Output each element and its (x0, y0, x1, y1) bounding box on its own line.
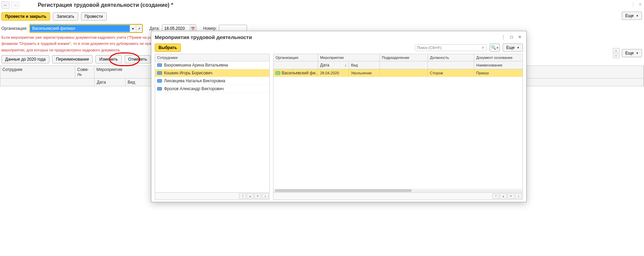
left-scroll-top-button[interactable]: ⤒ (239, 193, 246, 199)
org-open-button[interactable]: ↗ (136, 25, 142, 32)
move-up-button[interactable]: ▲ (613, 48, 620, 53)
org-label: Организация: (1, 26, 27, 31)
left-scroll-down-button[interactable]: ▼ (254, 193, 261, 199)
horizontal-scrollbar[interactable] (273, 189, 523, 192)
col-department[interactable]: Подразделение (380, 54, 428, 61)
left-scroll-bottom-button[interactable]: ⤓ (262, 193, 269, 199)
page-title: Регистрация трудовой деятельности (созда… (38, 2, 173, 8)
date-label: Дата: (150, 26, 160, 31)
event-row[interactable]: Васильевский фи... 28.04.2020 Увольнение… (273, 69, 523, 77)
person-icon (157, 79, 162, 83)
window-controls: ⋮ ✕ (631, 2, 642, 7)
bg-th-combine[interactable]: Совм-ль (75, 66, 94, 78)
employees-pane: Сотрудники Вахромешина Арина ВитальевнаК… (155, 54, 270, 200)
right-scroll-bottom-button[interactable]: ⤓ (515, 193, 522, 199)
col-naming[interactable]: Наименование (474, 61, 523, 69)
main-more-button[interactable]: Еще (622, 12, 642, 20)
employee-row[interactable]: Фролов Александр Викторович (155, 85, 269, 93)
col-date[interactable]: Дата↓ (318, 61, 349, 69)
dialog-title: Мероприятия трудовой деятельности (155, 34, 498, 40)
right-pane-footer: ⤒ ▲ ▼ ⤓ (273, 192, 523, 199)
right-scroll-down-button[interactable]: ▼ (507, 193, 514, 199)
org-dropdown-button[interactable]: ▾ (130, 25, 136, 32)
search-run-button[interactable]: 🔍▾ (490, 44, 500, 52)
col-event[interactable]: Мероприятие (318, 54, 380, 61)
actions-more-button[interactable]: Еще (622, 49, 642, 57)
dialog-toolbar: Выбрать ✕ 🔍▾ Еще (151, 41, 526, 54)
person-icon (157, 63, 162, 67)
dialog-body: Сотрудники Вахромешина Арина ВитальевнаК… (151, 54, 526, 202)
edit-button[interactable]: Изменить (95, 55, 121, 63)
employee-row[interactable]: Кошкин Игорь Борисович (155, 69, 269, 77)
dialog-close-icon[interactable]: ✕ (517, 34, 523, 40)
dialog-titlebar: Мероприятия трудовой деятельности ⋮ ◻ ✕ (151, 31, 526, 41)
nav-forward-button[interactable]: → (11, 1, 19, 9)
cancel-button[interactable]: Отменить (125, 55, 151, 63)
nav-back-button[interactable]: ← (1, 1, 10, 9)
magnifier-icon: 🔍 (491, 45, 496, 50)
org-field-wrap: ▾ ↗ (30, 24, 143, 33)
employee-name: Вахромешина Арина Витальевна (164, 63, 228, 68)
close-icon[interactable]: ✕ (639, 2, 642, 7)
dialog-kebab-icon[interactable]: ⋮ (500, 34, 506, 40)
left-pane-footer: ⤒ ▲ ▼ ⤓ (155, 192, 269, 199)
post-button[interactable]: Провести (81, 12, 107, 21)
number-label: Номер: (203, 26, 217, 31)
org-input[interactable] (30, 25, 130, 32)
col-position[interactable]: Должность (428, 54, 474, 61)
person-icon (157, 87, 162, 90)
col-type[interactable]: Вид (349, 61, 380, 69)
events-pane: Организация Мероприятие Подразделение До… (273, 54, 523, 200)
doc-icon (276, 71, 280, 75)
employee-name: Кошкин Игорь Борисович (164, 71, 212, 75)
events-list: Васильевский фи... 28.04.2020 Увольнение… (273, 69, 523, 189)
nav-bar: ← → Регистрация трудовой деятельности (с… (0, 0, 644, 10)
col-org[interactable]: Организация (273, 54, 318, 61)
person-icon (157, 71, 162, 75)
bg-th-date[interactable]: Дата (95, 78, 126, 86)
bg-th-employee[interactable]: Сотрудник (0, 66, 75, 78)
rename-button[interactable]: Переименование (52, 55, 93, 63)
post-and-close-button[interactable]: Провести и закрыть (1, 12, 50, 21)
select-button[interactable]: Выбрать (155, 44, 181, 52)
employee-row[interactable]: Лиховцева Наталья Викторовна (155, 77, 269, 85)
kebab-icon[interactable]: ⋮ (631, 2, 635, 7)
search-clear-icon[interactable]: ✕ (479, 46, 487, 50)
sort-down-icon: ↓ (344, 63, 347, 68)
left-scroll-up-button[interactable]: ▲ (247, 193, 254, 199)
dialog-maximize-icon[interactable]: ◻ (508, 34, 515, 40)
employee-name: Лиховцева Наталья Викторовна (164, 78, 225, 83)
col-basis[interactable]: Документ основание (474, 54, 523, 61)
events-dialog: Мероприятия трудовой деятельности ⋮ ◻ ✕ … (151, 31, 527, 202)
move-down-button[interactable]: ▼ (613, 53, 620, 58)
employees-list: Вахромешина Арина ВитальевнаКошкин Игорь… (155, 61, 269, 192)
search-box: ✕ (415, 44, 487, 51)
main-toolbar: Провести и закрыть Записать Провести (0, 10, 644, 23)
employee-row[interactable]: Вахромешина Арина Витальевна (155, 61, 269, 69)
search-input[interactable] (415, 45, 479, 51)
dialog-more-button[interactable]: Еще (503, 44, 523, 52)
save-button[interactable]: Записать (53, 12, 78, 21)
before-2020-button[interactable]: Данные до 2020 года (1, 55, 49, 63)
right-scroll-top-button[interactable]: ⤒ (492, 193, 499, 199)
right-scroll-up-button[interactable]: ▲ (500, 193, 507, 199)
employees-header[interactable]: Сотрудники (155, 54, 269, 61)
employee-name: Фролов Александр Викторович (164, 86, 224, 91)
